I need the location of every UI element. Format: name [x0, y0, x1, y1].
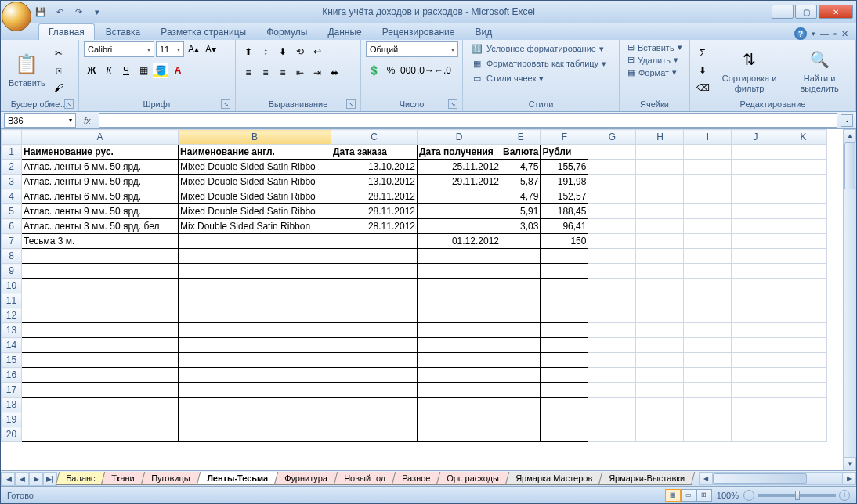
cell-E14[interactable] [501, 338, 541, 353]
cell-F14[interactable] [541, 338, 588, 353]
number-format-combo[interactable]: Общий▾ [366, 41, 458, 57]
cell-D18[interactable] [418, 398, 501, 412]
select-all-corner[interactable] [2, 130, 22, 145]
tab-insert[interactable]: Вставка [96, 24, 150, 40]
cell-B19[interactable] [179, 412, 331, 427]
align-center-icon[interactable]: ≡ [258, 65, 273, 81]
cell-C11[interactable] [331, 293, 418, 308]
scroll-up-icon[interactable]: ▲ [844, 129, 856, 142]
cell-A2[interactable]: Атлас. ленты 6 мм. 50 ярд. [22, 160, 179, 175]
save-icon[interactable]: 💾 [34, 5, 48, 19]
cell-D7[interactable]: 01.12.2012 [418, 234, 501, 249]
underline-button[interactable]: Ч [118, 63, 134, 78]
cell-A13[interactable] [22, 323, 179, 338]
font-name-combo[interactable]: Calibri▾ [84, 41, 154, 57]
cell-E17[interactable] [501, 383, 541, 398]
cell-H7[interactable] [636, 234, 684, 249]
cell-F8[interactable] [541, 249, 588, 264]
hscroll-thumb[interactable] [713, 473, 807, 484]
row-header-19[interactable]: 19 [2, 412, 22, 427]
row-header-17[interactable]: 17 [2, 383, 22, 398]
merge-button[interactable]: ⬌ [327, 65, 342, 81]
align-middle-icon[interactable]: ↕ [258, 44, 273, 59]
fill-icon[interactable]: ⬇ [695, 63, 711, 78]
cell-J1[interactable] [732, 145, 779, 160]
cell-C3[interactable]: 13.10.2012 [331, 175, 418, 189]
cell-E8[interactable] [501, 249, 541, 264]
row-header-8[interactable]: 8 [2, 249, 22, 264]
zoom-in-button[interactable]: + [839, 490, 850, 501]
cell-K14[interactable] [779, 338, 827, 353]
cell-A12[interactable] [22, 308, 179, 323]
cell-G1[interactable] [588, 145, 636, 160]
cell-H10[interactable] [636, 279, 684, 293]
cell-I7[interactable] [684, 234, 732, 249]
cell-G4[interactable] [588, 189, 636, 204]
cell-H14[interactable] [636, 338, 684, 353]
scroll-left-icon[interactable]: ◀ [700, 473, 713, 484]
cell-A3[interactable]: Атлас. ленты 9 мм. 50 ярд. [22, 175, 179, 189]
row-header-6[interactable]: 6 [2, 219, 22, 234]
col-header-H[interactable]: H [636, 130, 684, 145]
cell-D20[interactable] [418, 427, 501, 442]
cell-D4[interactable] [418, 189, 501, 204]
cell-E12[interactable] [501, 308, 541, 323]
cell-F4[interactable]: 152,57 [541, 189, 588, 204]
cell-K3[interactable] [779, 175, 827, 189]
shrink-font-icon[interactable]: A▾ [203, 41, 219, 57]
cell-J16[interactable] [732, 368, 779, 383]
zoom-thumb[interactable] [795, 491, 800, 500]
col-header-J[interactable]: J [732, 130, 779, 145]
sheet-tab-Разное[interactable]: Разное [391, 472, 440, 485]
cell-H1[interactable] [636, 145, 684, 160]
cell-I4[interactable] [684, 189, 732, 204]
cell-D15[interactable] [418, 353, 501, 368]
cell-K1[interactable] [779, 145, 827, 160]
vscroll-thumb[interactable] [844, 142, 855, 189]
cell-A11[interactable] [22, 293, 179, 308]
conditional-format-button[interactable]: 🔢Условное форматирование ▾ [468, 41, 614, 56]
cell-H15[interactable] [636, 353, 684, 368]
italic-button[interactable]: К [101, 63, 117, 78]
cell-G20[interactable] [588, 427, 636, 442]
row-header-18[interactable]: 18 [2, 398, 22, 412]
cell-H2[interactable] [636, 160, 684, 175]
sheet-tab-Баланс[interactable]: Баланс [56, 472, 106, 485]
minimize-button[interactable]: — [772, 5, 794, 19]
cell-D5[interactable] [418, 204, 501, 219]
cell-C20[interactable] [331, 427, 418, 442]
cell-K18[interactable] [779, 398, 827, 412]
cell-F6[interactable]: 96,41 [541, 219, 588, 234]
cell-I12[interactable] [684, 308, 732, 323]
cell-G2[interactable] [588, 160, 636, 175]
cell-E1[interactable]: Валюта [501, 145, 541, 160]
cell-D10[interactable] [418, 279, 501, 293]
cell-A20[interactable] [22, 427, 179, 442]
cell-J17[interactable] [732, 383, 779, 398]
currency-icon[interactable]: 💲 [366, 63, 381, 78]
cell-D16[interactable] [418, 368, 501, 383]
sheet-tab-Ярмарка Мастеров[interactable]: Ярмарка Мастеров [504, 472, 602, 485]
cell-F18[interactable] [541, 398, 588, 412]
cell-G5[interactable] [588, 204, 636, 219]
wrap-text-icon[interactable]: ↩ [309, 44, 325, 59]
cell-B15[interactable] [179, 353, 331, 368]
format-painter-icon[interactable]: 🖌 [51, 80, 67, 95]
cell-J4[interactable] [732, 189, 779, 204]
increase-decimal-icon[interactable]: .0→ [418, 63, 433, 78]
align-top-icon[interactable]: ⬆ [240, 44, 256, 59]
format-cells-button[interactable]: ▦Формат ▾ [624, 67, 685, 78]
cell-C4[interactable]: 28.11.2012 [331, 189, 418, 204]
copy-icon[interactable]: ⎘ [51, 63, 67, 78]
sheet-prev-icon[interactable]: ◀ [15, 472, 29, 486]
maximize-button[interactable]: ▢ [795, 5, 817, 19]
cell-C15[interactable] [331, 353, 418, 368]
sort-filter-button[interactable]: ⇅ Сортировка и фильтр [713, 45, 786, 94]
cell-F11[interactable] [541, 293, 588, 308]
decrease-indent-icon[interactable]: ⇤ [292, 65, 308, 81]
cell-J18[interactable] [732, 398, 779, 412]
tab-view[interactable]: Вид [465, 24, 501, 40]
cell-C14[interactable] [331, 338, 418, 353]
cell-J5[interactable] [732, 204, 779, 219]
cell-E18[interactable] [501, 398, 541, 412]
